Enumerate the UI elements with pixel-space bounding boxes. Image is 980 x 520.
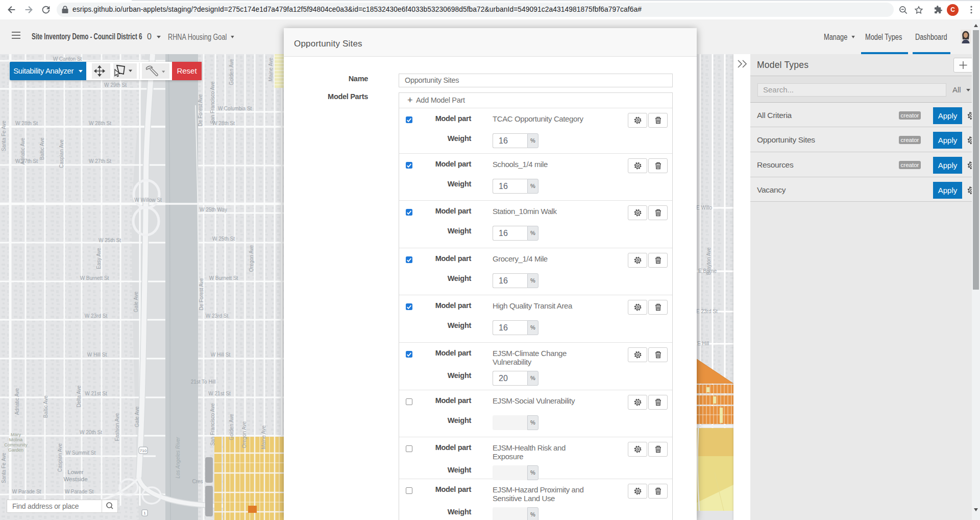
svg-text:E Hill: E Hill xyxy=(697,341,709,346)
svg-text:Santa Fe Ave: Santa Fe Ave xyxy=(1,453,7,483)
svg-text:21st To Hill: 21st To Hill xyxy=(191,379,216,385)
svg-text:Baltic Ave: Baltic Ave xyxy=(39,137,45,160)
svg-text:W 25th St: W 25th St xyxy=(212,236,235,242)
svg-text:W 25th Way: W 25th Way xyxy=(200,207,227,212)
svg-text:W 27th St: W 27th St xyxy=(89,158,111,164)
svg-text:De Forest Ave: De Forest Ave xyxy=(199,278,204,311)
svg-text:Baltic Ave: Baltic Ave xyxy=(43,395,48,418)
svg-text:W 21st St: W 21st St xyxy=(208,391,231,396)
svg-text:Oregon Ave: Oregon Ave xyxy=(249,245,254,272)
svg-text:W 29th St: W 29th St xyxy=(104,82,127,88)
svg-text:Community: Community xyxy=(4,442,28,447)
svg-text:W 28th St: W 28th St xyxy=(212,121,235,126)
svg-text:Westside: Westside xyxy=(63,476,87,482)
svg-text:Fashion Ave: Fashion Ave xyxy=(114,413,120,441)
svg-text:W Burnett St: W Burnett St xyxy=(209,275,238,281)
svg-text:De Forest Ave: De Forest Ave xyxy=(198,94,203,127)
svg-text:W Parade St: W Parade St xyxy=(12,489,41,494)
svg-text:W 21st St: W 21st St xyxy=(85,391,107,396)
svg-text:Caspian Ave: Caspian Ave xyxy=(57,443,63,472)
svg-text:W 25th St: W 25th St xyxy=(99,238,121,243)
svg-text:Delta Ave: Delta Ave xyxy=(76,385,82,407)
svg-text:Cres: Cres xyxy=(192,479,203,484)
svg-text:Mary: Mary xyxy=(11,432,21,437)
svg-text:Golden Ave: Golden Ave xyxy=(229,414,234,440)
svg-text:W 27th St: W 27th St xyxy=(15,158,38,164)
svg-text:Golden Ave: Golden Ave xyxy=(229,59,234,85)
svg-text:W Hill St: W Hill St xyxy=(87,352,107,358)
svg-text:W 28th St: W 28th St xyxy=(89,121,111,126)
svg-text:W Parade St: W Parade St xyxy=(65,489,94,494)
svg-text:W 28th St: W 28th St xyxy=(15,121,38,126)
svg-text:Santa Fe Ave: Santa Fe Ave xyxy=(1,121,7,151)
svg-text:710: 710 xyxy=(140,448,147,453)
svg-text:E Burne: E Burne xyxy=(698,268,717,274)
svg-text:Maine Ave: Maine Ave xyxy=(261,425,266,449)
svg-text:E Willo: E Willo xyxy=(696,205,713,210)
svg-text:W Canton St: W Canton St xyxy=(53,56,82,62)
svg-text:W Columbia St: W Columbia St xyxy=(218,106,252,111)
svg-text:W 23rd St: W 23rd St xyxy=(206,313,229,319)
svg-text:Adriatic Ave: Adriatic Ave xyxy=(20,137,26,164)
svg-text:Molina: Molina xyxy=(9,437,23,442)
svg-text:W Burnett St: W Burnett St xyxy=(80,275,109,281)
svg-text:Garden: Garden xyxy=(8,447,23,453)
svg-text:1: 1 xyxy=(143,511,146,515)
svg-text:Gale Ave: Gale Ave xyxy=(134,406,140,427)
svg-text:Lower: Lower xyxy=(67,469,83,475)
svg-text:San Francisco Ave: San Francisco Ave xyxy=(210,81,215,124)
svg-text:Caspian Ave: Caspian Ave xyxy=(59,139,64,168)
svg-text:W Willow St: W Willow St xyxy=(134,197,162,203)
svg-text:Los Angeles River: Los Angeles River xyxy=(175,437,181,478)
svg-text:Easy Ave: Easy Ave xyxy=(96,248,102,269)
svg-text:W 23rd St: W 23rd St xyxy=(85,313,108,319)
svg-text:E 23rd St: E 23rd St xyxy=(696,309,718,314)
svg-text:Maine Ave: Maine Ave xyxy=(268,57,274,81)
svg-text:W Hill St: W Hill St xyxy=(211,352,231,358)
svg-text:Oregon Ave: Oregon Ave xyxy=(241,421,247,448)
svg-text:Gale Ave: Gale Ave xyxy=(133,291,139,312)
svg-text:W Summit St: W Summit St xyxy=(66,450,96,456)
svg-text:Adriatic Ave: Adriatic Ave xyxy=(14,388,20,415)
svg-text:San Francisco Ave: San Francisco Ave xyxy=(210,403,215,446)
svg-text:W 20th St: W 20th St xyxy=(80,430,102,435)
